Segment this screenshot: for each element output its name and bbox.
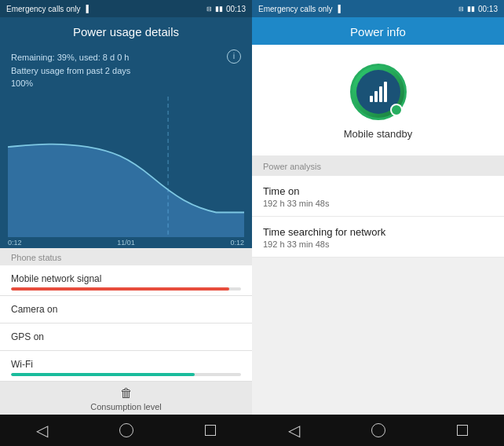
left-signal-icon: ▐ bbox=[83, 5, 88, 13]
phone-status-section: Phone status Mobile network signal Camer… bbox=[0, 248, 252, 415]
consumption-level-section: 🗑 Consumption level bbox=[0, 382, 252, 415]
power-item-1: Time searching for network 192 h 33 min … bbox=[252, 217, 504, 258]
wifi-bar bbox=[11, 373, 241, 376]
left-panel: Emergency calls only ▐ ⊟ ▮▮ 00:13 Power … bbox=[0, 0, 252, 446]
right-status-right: ⊟ ▮▮ 00:13 bbox=[458, 5, 498, 13]
signal-bar-4 bbox=[384, 82, 387, 102]
wifi-label: Wi-Fi bbox=[11, 359, 241, 370]
signal-dot bbox=[390, 104, 403, 116]
right-content: Mobile standby Power analysis Time on 19… bbox=[252, 45, 504, 415]
power-item-0-title: Time on bbox=[263, 185, 493, 197]
signal-bar-2 bbox=[374, 91, 378, 102]
left-home-button[interactable] bbox=[119, 423, 133, 437]
battery-remaining: Remaining: 39%, used: 8 d 0 h bbox=[11, 51, 241, 64]
battery-percentage: 100% bbox=[11, 77, 241, 90]
left-emergency-text: Emergency calls only bbox=[6, 5, 80, 13]
right-home-button[interactable] bbox=[371, 423, 385, 437]
signal-bars-icon bbox=[370, 82, 387, 102]
right-sim-icon: ⊟ bbox=[458, 5, 464, 13]
left-back-button[interactable]: ◁ bbox=[36, 421, 48, 440]
left-sim-icon: ⊟ bbox=[206, 5, 212, 13]
battery-usage-period: Battery usage from past 2 days bbox=[11, 64, 241, 78]
app-icon-section: Mobile standby bbox=[252, 45, 504, 155]
power-item-1-value: 192 h 33 min 48s bbox=[263, 239, 493, 249]
left-status-left: Emergency calls only ▐ bbox=[6, 5, 89, 13]
app-icon-wrapper bbox=[350, 64, 407, 120]
right-status-bar: Emergency calls only ▐ ⊟ ▮▮ 00:13 bbox=[252, 0, 504, 17]
battery-chart bbox=[8, 97, 244, 238]
mobile-signal-label: Mobile network signal bbox=[11, 273, 241, 284]
battery-info: i Remaining: 39%, used: 8 d 0 h Battery … bbox=[0, 45, 252, 93]
camera-label: Camera on bbox=[11, 304, 57, 315]
right-status-left: Emergency calls only ▐ bbox=[258, 5, 341, 13]
mobile-signal-bar bbox=[11, 287, 241, 291]
left-status-bar: Emergency calls only ▐ ⊟ ▮▮ 00:13 bbox=[0, 0, 252, 17]
left-recent-button[interactable] bbox=[205, 425, 216, 436]
chart-label-right: 0:12 bbox=[230, 239, 244, 247]
left-status-right: ⊟ ▮▮ 00:13 bbox=[206, 5, 246, 13]
mobile-signal-fill bbox=[11, 287, 229, 291]
right-recent-button[interactable] bbox=[457, 425, 468, 436]
info-icon[interactable]: i bbox=[227, 49, 241, 64]
signal-bar-1 bbox=[370, 96, 373, 102]
left-time: 00:13 bbox=[226, 5, 246, 13]
right-emergency-text: Emergency calls only bbox=[258, 5, 332, 13]
status-item-wifi: Wi-Fi bbox=[0, 351, 252, 382]
signal-bar-3 bbox=[379, 86, 382, 102]
status-item-camera: Camera on bbox=[0, 296, 252, 324]
status-item-gps: GPS on bbox=[0, 324, 252, 351]
right-title: Power info bbox=[252, 17, 504, 45]
power-item-0-value: 192 h 33 min 48s bbox=[263, 199, 493, 208]
status-item-mobile: Mobile network signal bbox=[0, 265, 252, 296]
chart-label-left: 0:12 bbox=[8, 239, 22, 247]
chart-label-center: 11/01 bbox=[117, 239, 135, 247]
left-nav-bar: ◁ bbox=[0, 415, 252, 446]
left-content: i Remaining: 39%, used: 8 d 0 h Battery … bbox=[0, 45, 252, 248]
power-item-0: Time on 192 h 33 min 48s bbox=[252, 176, 504, 217]
wifi-fill bbox=[11, 373, 195, 376]
app-name-label: Mobile standby bbox=[344, 128, 412, 140]
right-battery-icon: ▮▮ bbox=[467, 5, 475, 13]
right-panel: Emergency calls only ▐ ⊟ ▮▮ 00:13 Power … bbox=[252, 0, 504, 446]
phone-status-label: Phone status bbox=[0, 248, 252, 265]
right-back-button[interactable]: ◁ bbox=[288, 421, 300, 440]
left-battery-icon: ▮▮ bbox=[215, 5, 223, 13]
app-icon-circle bbox=[350, 64, 407, 120]
consumption-label: Consumption level bbox=[90, 402, 162, 411]
power-item-1-title: Time searching for network bbox=[263, 226, 493, 238]
trash-icon[interactable]: 🗑 bbox=[120, 386, 133, 400]
right-signal-icon: ▐ bbox=[335, 5, 340, 13]
right-nav-bar: ◁ bbox=[252, 415, 504, 446]
right-time: 00:13 bbox=[478, 5, 498, 13]
chart-labels: 0:12 11/01 0:12 bbox=[0, 237, 252, 248]
power-analysis-label: Power analysis bbox=[252, 155, 504, 176]
left-title: Power usage details bbox=[0, 17, 252, 45]
gps-label: GPS on bbox=[11, 331, 44, 342]
